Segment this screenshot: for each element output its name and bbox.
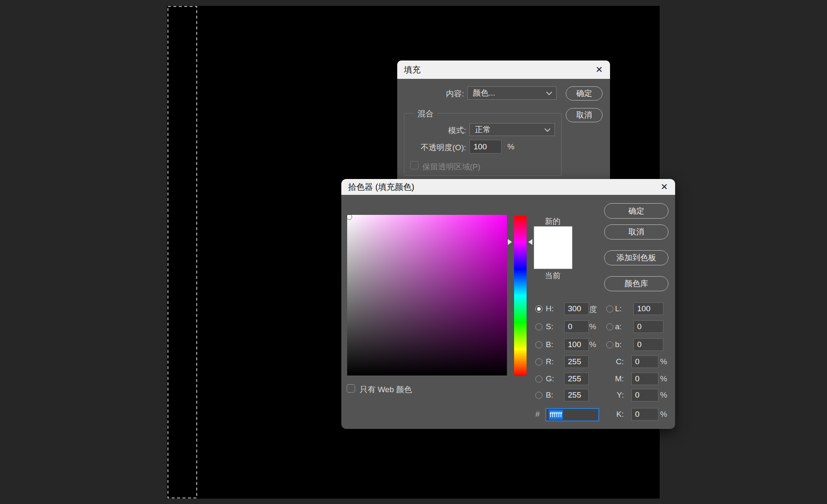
b-input[interactable]: 100 (564, 338, 589, 351)
y-label: Y: (608, 391, 624, 400)
l-input[interactable]: 100 (633, 302, 663, 315)
fill-dialog-title: 填充 (397, 64, 421, 76)
fill-cancel-button[interactable]: 取消 (566, 108, 603, 122)
current-color-label: 当前 (534, 270, 572, 281)
picker-ok-button[interactable]: 确定 (604, 203, 668, 219)
picker-titlebar[interactable]: 拾色器 (填充颜色) ✕ (341, 179, 675, 195)
m-label: M: (608, 374, 624, 383)
b2-label: B: (546, 391, 553, 400)
mode-dropdown[interactable]: 正常 (469, 123, 555, 136)
web-colors-checkbox[interactable] (347, 384, 355, 393)
r-label: R: (546, 357, 554, 366)
hue-slider[interactable] (514, 216, 527, 376)
b-lab-input[interactable]: 0 (633, 338, 663, 351)
radio-b[interactable] (535, 341, 542, 348)
radio-a[interactable] (606, 323, 613, 330)
color-field-marker-icon[interactable] (346, 214, 352, 220)
s-input[interactable]: 0 (564, 320, 589, 333)
content-label: 内容: (414, 88, 464, 99)
m-unit: % (660, 374, 667, 383)
k-unit: % (660, 410, 667, 419)
k-label: K: (608, 410, 624, 419)
blend-group-label: 混合 (414, 108, 437, 119)
color-libraries-button[interactable]: 颜色库 (604, 276, 668, 291)
content-dropdown[interactable]: 颜色... (467, 86, 557, 100)
c-label: C: (608, 357, 624, 366)
opacity-unit: % (507, 142, 514, 151)
y-input[interactable]: 0 (631, 389, 658, 401)
opacity-input[interactable]: 100 (469, 140, 502, 154)
h-label: H: (546, 304, 554, 313)
hex-input[interactable]: ffffff (545, 408, 599, 421)
hex-input-selected-text: ffffff (549, 410, 563, 420)
hue-slider-right-arrow-icon[interactable] (528, 239, 532, 245)
c-input[interactable]: 0 (631, 355, 658, 368)
radio-l[interactable] (606, 305, 613, 312)
preserve-transparency-label: 保留透明区域(P) (422, 161, 480, 172)
radio-h[interactable] (535, 305, 542, 312)
app-root: 填充 ✕ 内容: 颜色... 确定 取消 混合 模式: 正常 不透明度(O): … (0, 0, 827, 504)
new-current-color-swatch (534, 226, 572, 269)
a-label: a: (615, 322, 622, 331)
content-dropdown-value: 颜色... (468, 88, 495, 98)
web-colors-label: 只有 Web 颜色 (360, 384, 412, 395)
fill-ok-button[interactable]: 确定 (566, 86, 603, 101)
picker-cancel-button[interactable]: 取消 (604, 224, 668, 239)
b2-input[interactable]: 255 (564, 389, 589, 401)
hue-slider-left-arrow-icon[interactable] (508, 239, 512, 245)
hex-prefix: # (535, 410, 540, 419)
h-unit: 度 (589, 304, 597, 315)
radio-s[interactable] (535, 323, 542, 330)
a-input[interactable]: 0 (633, 320, 663, 333)
picker-title: 拾色器 (填充颜色) (341, 181, 414, 193)
k-input[interactable]: 0 (631, 408, 658, 421)
l-label: L: (615, 304, 622, 313)
r-input[interactable]: 255 (564, 355, 589, 368)
saturation-brightness-field[interactable] (347, 215, 507, 375)
y-unit: % (660, 391, 667, 400)
mode-label: 模式: (422, 125, 466, 136)
h-input[interactable]: 300 (564, 302, 589, 315)
opacity-label: 不透明度(O): (410, 142, 466, 153)
color-picker-dialog: 拾色器 (填充颜色) ✕ 新的 当前 确定 取消 添加到色板 颜色库 H: 30… (341, 179, 675, 429)
b-unit: % (589, 340, 596, 349)
new-color-label: 新的 (534, 216, 572, 227)
chevron-down-icon (545, 126, 550, 131)
chevron-down-icon (546, 89, 552, 95)
radio-g[interactable] (535, 375, 542, 383)
add-to-swatches-button[interactable]: 添加到色板 (604, 250, 668, 265)
selection-marching-ants[interactable] (167, 6, 198, 499)
s-label: S: (546, 322, 553, 331)
fill-dialog-close-icon[interactable]: ✕ (588, 60, 610, 79)
preserve-transparency-checkbox[interactable] (410, 161, 419, 169)
b-label: B: (546, 340, 553, 349)
mode-dropdown-value: 正常 (470, 124, 491, 135)
c-unit: % (660, 357, 667, 366)
radio-r[interactable] (535, 358, 542, 365)
m-input[interactable]: 0 (631, 373, 658, 385)
g-input[interactable]: 255 (564, 373, 589, 385)
b-lab-label: b: (615, 340, 622, 349)
radio-b-lab[interactable] (606, 341, 613, 348)
radio-b2[interactable] (535, 392, 542, 399)
s-unit: % (589, 322, 596, 331)
picker-close-icon[interactable]: ✕ (653, 179, 675, 195)
fill-dialog: 填充 ✕ 内容: 颜色... 确定 取消 混合 模式: 正常 不透明度(O): … (397, 60, 610, 182)
fill-dialog-titlebar[interactable]: 填充 ✕ (397, 60, 610, 79)
g-label: G: (546, 374, 554, 383)
